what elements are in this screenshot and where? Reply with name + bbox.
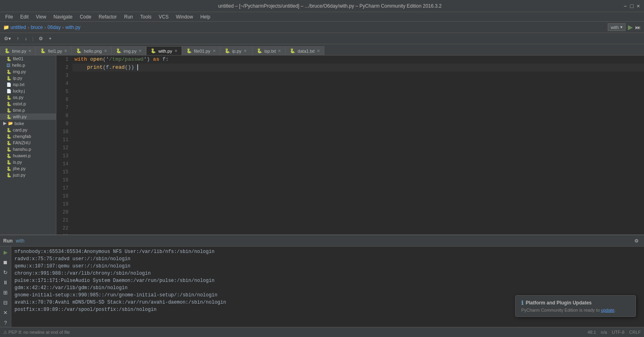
status-encoding: n/a bbox=[601, 330, 607, 335]
tree-item-with-py[interactable]: 🐍with.py bbox=[0, 113, 56, 120]
title-bar: untitled – [~/PycharmProjects/untitled] … bbox=[0, 0, 644, 12]
run-settings-button[interactable]: ⚙ bbox=[632, 237, 641, 245]
toolbar-btn-4[interactable]: ⚙ bbox=[37, 35, 45, 42]
tab-fiel1-py[interactable]: 🐍fiel1.py✕ bbox=[36, 46, 72, 55]
tree-item-card-py[interactable]: 🐍card.py bbox=[0, 127, 56, 133]
tree-item-jihe-py[interactable]: 🐍jihe.py bbox=[0, 165, 56, 172]
tree-item-time-p[interactable]: 🐍time.p bbox=[0, 107, 56, 113]
run-close-tool[interactable]: ✕ bbox=[2, 308, 9, 317]
code-line-20: 20 bbox=[56, 208, 644, 216]
notification-title: ℹ Platform and Plugin Updates bbox=[521, 300, 630, 306]
menu-bar: FileEditViewNavigateCodeRefactorRunTools… bbox=[0, 12, 644, 22]
menu-item-run[interactable]: Run bbox=[121, 13, 136, 21]
toolbar-btn-3[interactable]: ↓ bbox=[23, 35, 29, 42]
status-bar: ⚠ PEP 8: no newline at end of file 48:1 … bbox=[0, 327, 644, 337]
run-layout-tool[interactable]: ⊞ bbox=[2, 288, 9, 297]
menu-item-tools[interactable]: Tools bbox=[137, 13, 155, 21]
toolbar-btn-5[interactable]: + bbox=[47, 35, 54, 42]
minimize-button[interactable]: − bbox=[623, 3, 627, 9]
status-linesep[interactable]: CRLF bbox=[629, 330, 641, 335]
code-line-2[interactable]: 2 print(f.read()) bbox=[56, 64, 644, 72]
tree-icon: 🐍 bbox=[6, 147, 11, 152]
tree-item-os-py[interactable]: 🐍os.py bbox=[0, 94, 56, 101]
run-rerun-tool[interactable]: ↻ bbox=[2, 268, 9, 277]
maximize-button[interactable]: □ bbox=[630, 3, 633, 9]
tab-isp-txt[interactable]: 🐍isp.txt✕ bbox=[252, 46, 286, 55]
run-extra-button[interactable]: ⏭ bbox=[635, 24, 641, 31]
menu-item-refactor[interactable]: Refactor bbox=[95, 13, 120, 21]
menu-item-vcs[interactable]: VCS bbox=[155, 13, 172, 21]
run-config-dropdown[interactable]: with ▾ bbox=[608, 23, 625, 31]
code-line-5: 5 bbox=[56, 88, 644, 96]
run-output-line: radvd:x:75:75:radvd user:/:/sbin/nologin bbox=[14, 255, 641, 263]
tree-icon: 🐍 bbox=[6, 115, 11, 119]
tree-item-ostxt-p[interactable]: 🐍ostxt.p bbox=[0, 101, 56, 107]
tree-icon: 🐍 bbox=[6, 173, 11, 177]
tree-icon: 📂 bbox=[8, 121, 13, 125]
code-line-10: 10 bbox=[56, 128, 644, 136]
tree-item-FANZHU[interactable]: 🐍FANZHU bbox=[0, 140, 56, 146]
tab-time-py[interactable]: 🐍time.py✕ bbox=[0, 46, 36, 55]
code-line-1[interactable]: 1with open('/tmp/passwd') as f: bbox=[56, 55, 644, 64]
editor-area: 🐍file01🖼hello.p🐍img.py🐍ip.py📄isp.txt📄luc… bbox=[0, 55, 644, 234]
menu-item-window[interactable]: Window bbox=[173, 13, 196, 21]
menu-item-edit[interactable]: Edit bbox=[17, 13, 32, 21]
toolbar: ⚙▾ ↑ ↓ | ⚙ + bbox=[0, 33, 644, 44]
menu-item-view[interactable]: View bbox=[33, 13, 50, 21]
tree-item-is-py[interactable]: 🐍is.py bbox=[0, 159, 56, 165]
tab-hello-png[interactable]: 🐍hello.png✕ bbox=[72, 46, 111, 55]
code-editor[interactable]: 1with open('/tmp/passwd') as f:2 print(f… bbox=[56, 55, 644, 234]
run-question-tool[interactable]: ? bbox=[3, 319, 8, 327]
tree-icon: 🐍 bbox=[6, 160, 11, 164]
tab-ip-py[interactable]: 🐍ip.py✕ bbox=[220, 46, 252, 55]
tab-with-py[interactable]: 🐍with.py✕ bbox=[146, 46, 182, 55]
run-play-tool[interactable]: ▶ bbox=[2, 248, 9, 257]
tab-data1-txt[interactable]: 🐍data1.txt✕ bbox=[285, 46, 324, 55]
run-play-button[interactable]: ▶ bbox=[628, 23, 633, 31]
tree-item-juzi-py[interactable]: 🐍juzi.py bbox=[0, 172, 56, 178]
code-line-13: 13 bbox=[56, 152, 644, 160]
tree-item-lucky-j[interactable]: 📄lucky.j bbox=[0, 88, 56, 94]
status-message: ⚠ PEP 8: no newline at end of file bbox=[3, 330, 583, 335]
breadcrumb-sep-2: › bbox=[44, 25, 46, 30]
tree-item-chengfab[interactable]: 🐍chengfab bbox=[0, 133, 56, 140]
menu-item-file[interactable]: File bbox=[2, 13, 16, 21]
breadcrumb-bruce[interactable]: bruce bbox=[31, 25, 43, 30]
status-filetype[interactable]: UTF-8 bbox=[612, 330, 624, 335]
code-line-8: 8 bbox=[56, 112, 644, 120]
run-pause-tool[interactable]: ⏸ bbox=[2, 278, 9, 287]
tree-item-img-py[interactable]: 🐍img.py bbox=[0, 68, 56, 75]
tree-item-isp-txt[interactable]: 📄isp.txt bbox=[0, 81, 56, 88]
status-position[interactable]: 48:1 bbox=[587, 330, 596, 335]
close-button[interactable]: × bbox=[637, 3, 640, 9]
tree-icon: 🐍 bbox=[6, 141, 11, 145]
tree-icon: 🐍 bbox=[6, 76, 11, 80]
tree-item-boke[interactable]: ▶ 📂boke bbox=[0, 120, 56, 127]
run-stop-tool[interactable]: ⏹ bbox=[2, 258, 9, 267]
breadcrumb-withpy[interactable]: with.py bbox=[65, 25, 80, 30]
tree-item-file01[interactable]: 🐍file01 bbox=[0, 55, 56, 62]
tree-item-huawei-p[interactable]: 🐍huawei.p bbox=[0, 152, 56, 159]
toolbar-btn-2[interactable]: ↑ bbox=[14, 35, 21, 42]
menu-item-help[interactable]: Help bbox=[197, 13, 214, 21]
menu-item-code[interactable]: Code bbox=[76, 13, 95, 21]
run-filter-tool[interactable]: ⊟ bbox=[2, 298, 9, 307]
menu-item-navigate[interactable]: Navigate bbox=[50, 13, 76, 21]
tab-file01-py[interactable]: 🐍file01.py✕ bbox=[182, 46, 220, 55]
tab-img-py[interactable]: 🐍img.py✕ bbox=[111, 46, 146, 55]
breadcrumb-untitled[interactable]: 📁 untitled bbox=[3, 25, 26, 30]
code-line-7: 7 bbox=[56, 104, 644, 112]
breadcrumb-06day[interactable]: 06day bbox=[47, 25, 61, 30]
tree-icon: 📄 bbox=[6, 89, 11, 93]
code-line-3: 3 bbox=[56, 72, 644, 80]
tree-item-ip-py[interactable]: 🐍ip.py bbox=[0, 75, 56, 81]
window-title: untitled – [~/PycharmProjects/untitled] … bbox=[36, 3, 623, 9]
code-line-19: 19 bbox=[56, 200, 644, 208]
code-line-15: 15 bbox=[56, 168, 644, 176]
tree-item-hanshu-p[interactable]: 🐍hanshu.p bbox=[0, 146, 56, 152]
tree-item-hello-p[interactable]: 🖼hello.p bbox=[0, 62, 56, 68]
notification-body: PyCharm Community Edition is ready to up… bbox=[521, 308, 630, 312]
breadcrumb-bar: 📁 untitled › bruce › 06day › with.py wit… bbox=[0, 22, 644, 33]
notification-update-link[interactable]: update bbox=[601, 308, 615, 312]
toolbar-btn-1[interactable]: ⚙▾ bbox=[2, 35, 13, 42]
